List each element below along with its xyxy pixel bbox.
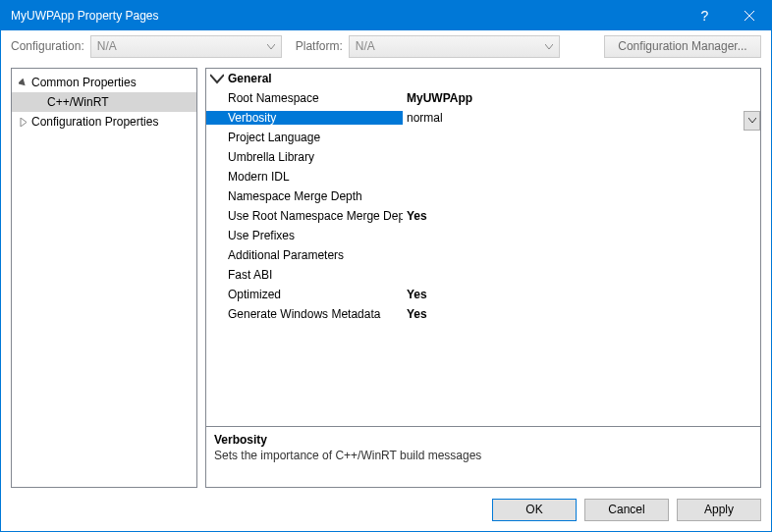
property-value[interactable]: Yes: [403, 288, 760, 301]
dialog-window: MyUWPApp Property Pages ? Configuration:…: [0, 0, 772, 532]
config-toolbar: Configuration: N/A Platform: N/A Configu…: [1, 30, 771, 62]
property-name: Additional Parameters: [206, 248, 403, 262]
configuration-manager-button: Configuration Manager...: [604, 35, 761, 58]
help-button[interactable]: ?: [683, 1, 727, 30]
window-title: MyUWPApp Property Pages: [11, 9, 683, 23]
close-icon: [744, 11, 754, 21]
ok-button[interactable]: OK: [492, 499, 577, 521]
collapse-icon[interactable]: [16, 76, 29, 89]
property-value-text: normal: [407, 111, 443, 125]
property-value[interactable]: normal: [403, 111, 760, 125]
title-bar[interactable]: MyUWPApp Property Pages ?: [1, 1, 771, 30]
property-row-fast-abi[interactable]: Fast ABI: [206, 265, 760, 285]
configuration-dropdown: N/A: [90, 35, 282, 58]
platform-dropdown: N/A: [349, 35, 560, 58]
tree-label: C++/WinRT: [47, 95, 108, 109]
svg-marker-2: [19, 79, 28, 87]
property-row-additional-parameters[interactable]: Additional Parameters: [206, 245, 760, 265]
property-row-project-language[interactable]: Project Language: [206, 128, 760, 147]
property-name: Umbrella Library: [206, 150, 403, 164]
property-name: Modern IDL: [206, 170, 403, 184]
property-value[interactable]: Yes: [403, 209, 760, 223]
cancel-button[interactable]: Cancel: [584, 499, 669, 521]
category-header-general[interactable]: General: [206, 69, 760, 88]
close-button[interactable]: [727, 1, 771, 30]
property-name: Optimized: [206, 288, 403, 301]
category-tree[interactable]: Common Properties C++/WinRT Configuratio…: [11, 68, 197, 488]
property-value[interactable]: Yes: [403, 307, 760, 321]
property-row-optimized[interactable]: Optimized Yes: [206, 285, 760, 304]
tree-label: Common Properties: [31, 76, 137, 89]
description-title: Verbosity: [214, 433, 752, 447]
property-grid-rows[interactable]: General Root Namespace MyUWPApp Verbosit…: [206, 69, 760, 426]
platform-label: Platform:: [296, 39, 343, 53]
property-row-generate-windows-metadata[interactable]: Generate Windows Metadata Yes: [206, 304, 760, 324]
description-text: Sets the importance of C++/WinRT build m…: [214, 449, 752, 462]
collapse-icon[interactable]: [210, 72, 224, 85]
tree-label: Configuration Properties: [31, 115, 158, 129]
property-name: Use Root Namespace Merge Dept: [206, 209, 403, 223]
property-row-verbosity[interactable]: Verbosity normal: [206, 108, 760, 128]
property-row-modern-idl[interactable]: Modern IDL: [206, 167, 760, 186]
property-grid: General Root Namespace MyUWPApp Verbosit…: [205, 68, 761, 488]
dialog-buttons: OK Cancel Apply: [1, 488, 771, 531]
property-panel: General Root Namespace MyUWPApp Verbosit…: [205, 68, 761, 488]
dropdown-button[interactable]: [744, 111, 760, 131]
property-name: Project Language: [206, 131, 403, 144]
configuration-label: Configuration:: [11, 39, 84, 53]
property-row-use-prefixes[interactable]: Use Prefixes: [206, 226, 760, 245]
property-name: Namespace Merge Depth: [206, 189, 403, 203]
platform-value: N/A: [356, 39, 375, 53]
property-row-umbrella-library[interactable]: Umbrella Library: [206, 147, 760, 167]
svg-marker-3: [21, 118, 27, 127]
chevron-down-icon: [267, 39, 275, 53]
property-name: Verbosity: [206, 111, 403, 125]
property-row-namespace-merge-depth[interactable]: Namespace Merge Depth: [206, 186, 760, 206]
tree-node-configuration-properties[interactable]: Configuration Properties: [12, 112, 196, 132]
chevron-down-icon: [545, 39, 553, 53]
content-area: Common Properties C++/WinRT Configuratio…: [1, 62, 771, 488]
property-row-use-root-namespace-merge-depth[interactable]: Use Root Namespace Merge Dept Yes: [206, 206, 760, 226]
expand-icon[interactable]: [16, 115, 29, 129]
configuration-value: N/A: [97, 39, 117, 53]
property-name: Generate Windows Metadata: [206, 307, 403, 321]
property-name: Use Prefixes: [206, 229, 403, 242]
property-row-root-namespace[interactable]: Root Namespace MyUWPApp: [206, 88, 760, 108]
tree-node-common-properties[interactable]: Common Properties: [12, 73, 196, 92]
property-name: Root Namespace: [206, 91, 403, 105]
property-name: Fast ABI: [206, 268, 403, 282]
property-value[interactable]: MyUWPApp: [403, 91, 760, 105]
apply-button[interactable]: Apply: [677, 499, 761, 521]
category-label: General: [228, 72, 272, 85]
tree-node-cpp-winrt[interactable]: C++/WinRT: [12, 92, 196, 112]
chevron-down-icon: [748, 118, 756, 124]
description-pane: Verbosity Sets the importance of C++/Win…: [206, 426, 760, 487]
